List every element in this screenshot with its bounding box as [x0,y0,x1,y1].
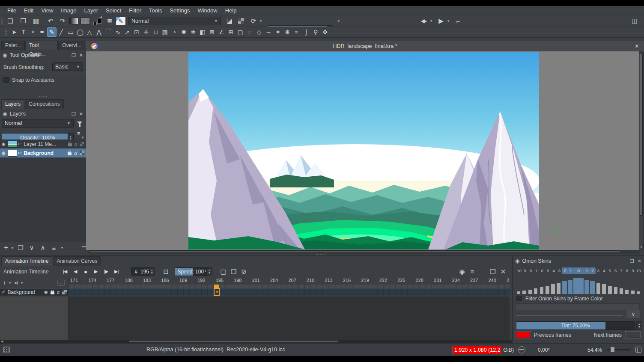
menu-edit[interactable]: Edit [20,6,37,15]
add-timeline-layer-button[interactable]: + [3,279,6,286]
canvas-only-mode-button[interactable] [635,347,641,353]
mirror-horizontal-icon[interactable]: ◀▶ [418,16,428,26]
onion-frame-offset-label[interactable]: 3 [596,267,601,274]
add-layer-button[interactable]: + [3,243,9,252]
tool-zoom[interactable]: ⚲ [311,27,320,37]
onion-column[interactable]: 1 [584,267,590,294]
alpha-lock-icon[interactable]: α [57,290,60,295]
chevron-down-icon[interactable]: ▾ [259,19,263,23]
tab-tool-options[interactable]: Tool Optio... [25,41,58,50]
save-icon[interactable]: ▦ [31,16,41,26]
canvas-image[interactable] [188,52,539,249]
inherit-alpha-icon[interactable] [80,151,84,155]
layer-blending-dropdown[interactable]: Normal▼ [2,119,74,128]
menu-settings[interactable]: Settings [166,6,194,15]
foreground-color-swatch[interactable] [93,22,97,25]
close-docker-icon[interactable]: ✕ [79,111,83,117]
filter-onion-skins-checkbox[interactable] [516,296,522,301]
mirror-vertical-icon[interactable]: ▶ [436,16,446,26]
timeline-layer-track[interactable] [69,288,510,296]
close-docker-icon[interactable]: ✕ [498,267,508,276]
tool-polygon[interactable]: △ [85,27,94,37]
next-frames-color-swatch[interactable] [626,332,640,338]
onion-opacity-bar[interactable] [551,284,555,294]
layer-name[interactable]: Background [24,150,54,156]
tool-calligraphy[interactable]: ✒ [38,27,47,37]
tint-slider[interactable]: Tint: 75,00% [516,321,635,330]
onion-column[interactable]: 10 [636,267,641,294]
onion-opacity-bar[interactable] [528,290,532,294]
tab-palette[interactable]: Palet... [1,41,25,50]
chevron-down-icon[interactable]: ▾ [20,281,24,285]
tool-contiguous-select[interactable]: ✶ [273,27,283,37]
layer-thumbnail[interactable] [8,141,17,148]
float-docker-icon[interactable]: ❐ [630,258,634,264]
tool-reference-images[interactable]: ⊞ [226,27,236,37]
onion-opacity-bar[interactable] [608,286,612,294]
onion-opacity-bar[interactable] [637,291,640,294]
stop-button[interactable]: ■ [81,267,90,276]
docker-lock-icon[interactable]: ◉ [3,111,7,117]
menu-window[interactable]: Window [194,6,221,15]
wraparound-mode-icon[interactable]: ⌐ [453,16,463,26]
scroll-down-icon[interactable]: ▼ [639,246,643,249]
onion-opacity-bar[interactable] [573,278,584,294]
tool-ellipse[interactable]: ◯ [75,27,85,37]
image-size-memory-status[interactable]: 1.920 x 1.080 (12,2 GiB) [452,346,516,354]
duplicate-frame-icon[interactable]: ❐ [229,267,239,276]
tool-colorize-mask[interactable]: ✲ [188,27,198,37]
current-frame-marker[interactable] [214,285,219,288]
scroll-left-icon[interactable]: ◀ [1,340,3,343]
onion-frame-offset-label[interactable]: -6 [539,267,544,274]
onion-frame-offset-label[interactable]: -2 [562,267,567,274]
tab-animation-timeline[interactable]: Animation Timeline [1,256,52,266]
layer-options-icon[interactable]: ≡ [77,130,80,136]
onion-opacity-bar[interactable] [568,280,572,294]
onion-opacity-bar[interactable] [540,287,543,294]
current-keyframe-cell[interactable] [214,288,220,296]
onion-column[interactable]: 2 [590,267,595,294]
chevron-down-icon[interactable]: ▾ [10,246,15,250]
onion-frame-offset-label[interactable]: 9 [630,267,635,274]
onion-column[interactable]: -2 [562,267,567,294]
foreground-background-colors[interactable]: ⇄ [93,17,102,25]
lock-open-icon[interactable] [68,143,72,146]
layer-visibility-icon[interactable]: ◉ [44,290,48,294]
blending-mode-dropdown[interactable]: Normal▼ [128,17,221,25]
onion-frame-offset-label[interactable]: 4 [601,267,607,274]
tool-fill[interactable]: ◧ [198,27,207,37]
float-docker-icon[interactable]: ❐ [72,53,76,58]
layer-filter-icon[interactable] [77,122,82,125]
audio-options-icon[interactable]: ⊲ [14,280,18,286]
canvas-rotation-knob[interactable] [518,346,525,353]
menu-view[interactable]: View [37,6,57,15]
snap-to-assistants-checkbox[interactable] [3,77,9,83]
move-layer-up-button[interactable]: ∧ [38,243,48,252]
chevron-down-icon[interactable]: ▾ [337,19,341,23]
onion-column[interactable]: -8 [527,267,533,294]
dock-splitter-handle[interactable] [312,254,329,255]
redo-icon[interactable]: ↷ [57,16,68,26]
dock-splitter-handle[interactable] [34,96,51,97]
onion-column[interactable]: -10 [516,267,522,294]
layer-visibility-icon[interactable]: ◉ [2,151,6,155]
onion-opacity-bar[interactable] [517,291,520,294]
onion-column[interactable]: -5 [544,267,550,294]
tool-polygon-select[interactable]: ◇ [254,27,264,37]
brush-presets-icon[interactable]: ≣ [104,16,115,26]
expand-button[interactable]: ∨ [626,310,641,318]
menu-file[interactable]: File [3,6,20,15]
auto-frame-mode-icon[interactable]: ⊡ [161,267,171,276]
onion-opacity-bar[interactable] [584,280,589,294]
onion-frame-offset-label[interactable]: -10 [516,267,522,274]
float-docker-icon[interactable]: ❐ [72,111,76,117]
scrollbar-thumb[interactable] [89,250,620,253]
current-frame-spinbox[interactable]: # 195 ▲▼ [131,267,155,276]
frame-spinner[interactable]: ▲▼ [149,268,155,276]
brush-smoothing-dropdown[interactable]: Basic▼ [52,62,83,71]
new-blank-frame-icon[interactable]: ▢ [218,267,229,276]
canvas-surround[interactable] [86,51,639,250]
background-color-swatch[interactable] [97,19,102,24]
onion-opacity-bar[interactable] [602,284,606,294]
onion-opacity-bar[interactable] [625,290,629,294]
